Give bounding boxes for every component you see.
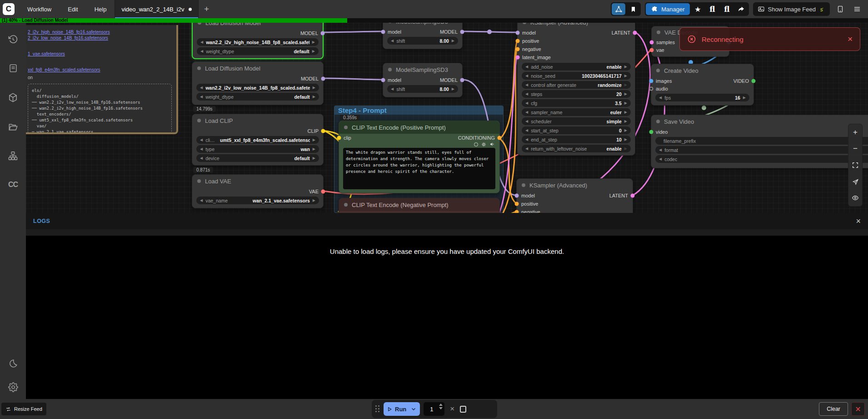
model-input-port[interactable] <box>381 30 385 34</box>
decrement-arrow-icon[interactable] <box>391 87 394 91</box>
latent-output-port[interactable] <box>633 31 637 35</box>
decrement-arrow-icon[interactable] <box>525 147 528 151</box>
drag-handle[interactable] <box>375 405 380 413</box>
widget-weight-dtype[interactable]: weight_dtypedefault <box>197 47 319 55</box>
widget-shift[interactable]: shift8.00 <box>387 37 458 45</box>
increment-arrow-icon[interactable] <box>624 129 627 132</box>
widget-clip-name[interactable]: clip ...umt5_xxl_fp8_e4m3fn_scaled.safet… <box>196 136 319 144</box>
increment-arrow-icon[interactable] <box>624 147 627 151</box>
node-ksampler-advanced-2[interactable]: KSampler (Advanced) model LATENT positiv… <box>516 178 633 213</box>
node-model-sampling-sd3-1[interactable]: ModelSamplingSD3 model MODEL shift8.00 <box>383 23 463 49</box>
positive-input-port[interactable] <box>516 39 520 43</box>
model-input-port[interactable] <box>515 194 519 198</box>
speaker-icon[interactable] <box>489 141 495 147</box>
model-output-port[interactable] <box>460 78 464 82</box>
note-node[interactable]: 2_i2v_high_noise_14B_fp16.safetensors 2_… <box>26 25 178 134</box>
manager-button[interactable]: Manager <box>646 3 690 15</box>
menu-help[interactable]: Help <box>86 0 115 18</box>
model-link[interactable]: xxl_fp8_e4m3fn_scaled.safetensors <box>28 67 172 72</box>
widget-weight-dtype[interactable]: weight_dtypedefault <box>196 93 319 101</box>
node-collapse-dot[interactable] <box>657 30 660 34</box>
node-collapse-dot[interactable] <box>523 23 526 24</box>
decrement-arrow-icon[interactable] <box>525 83 528 87</box>
increment-arrow-icon[interactable] <box>624 65 627 69</box>
focus-mode-button[interactable] <box>834 3 847 15</box>
widget-shift[interactable]: shift8.00 <box>387 85 458 93</box>
widget-end-at-step[interactable]: end_at_step10 <box>522 136 631 143</box>
increment-arrow-icon[interactable] <box>624 74 627 78</box>
sidebar-item-node-library[interactable] <box>8 63 19 74</box>
node-collapse-dot[interactable] <box>198 23 201 25</box>
sidebar-item-node-map[interactable] <box>8 150 19 161</box>
run-options-chevron-icon[interactable] <box>411 406 416 412</box>
widget-control-after-generate[interactable]: control after generaterandomize <box>522 81 631 89</box>
custom-nodes-button-1[interactable]: ﬂ <box>705 3 719 15</box>
node-create-video[interactable]: Create Video images VIDEO audio fps16 <box>651 64 754 106</box>
decrement-arrow-icon[interactable] <box>525 92 528 96</box>
increment-arrow-icon[interactable] <box>313 156 315 160</box>
increment-arrow-icon[interactable] <box>743 96 746 100</box>
decrement-arrow-icon[interactable] <box>659 148 662 152</box>
latent-output-port[interactable] <box>631 194 635 198</box>
widget-add-noise[interactable]: add_noiseenable <box>522 63 631 71</box>
negative-input-port[interactable] <box>516 47 520 51</box>
increment-arrow-icon[interactable] <box>624 111 627 114</box>
decrement-arrow-icon[interactable] <box>525 65 528 69</box>
comfyui-logo[interactable]: C <box>3 3 15 15</box>
model-link[interactable]: 2_i2v_high_noise_14B_fp16.safetensors <box>28 30 172 35</box>
fit-view-button[interactable] <box>851 161 860 170</box>
increment-arrow-icon[interactable] <box>313 199 315 202</box>
widget-start-at-step[interactable]: start_at_step0 <box>522 126 631 134</box>
clip-input-port[interactable] <box>337 136 341 140</box>
resize-feed-button[interactable]: Resize Feed <box>1 403 46 415</box>
increment-arrow-icon[interactable] <box>624 92 627 96</box>
samples-input-port[interactable] <box>650 40 654 44</box>
clip-output-port[interactable] <box>321 129 325 133</box>
model-output-port[interactable] <box>321 76 325 81</box>
node-collapse-dot[interactable] <box>344 126 348 129</box>
decrement-arrow-icon[interactable] <box>200 147 203 151</box>
node-collapse-dot[interactable] <box>522 183 525 187</box>
vae-output-port[interactable] <box>321 189 325 193</box>
decrement-arrow-icon[interactable] <box>200 138 203 142</box>
increment-arrow-icon[interactable] <box>313 86 315 90</box>
decrement-arrow-icon[interactable] <box>200 95 203 99</box>
widget-cfg[interactable]: cfg3.5 <box>522 99 631 107</box>
audio-input-port[interactable] <box>649 86 653 91</box>
model-link[interactable]: 2_i2v_low_noise_14B_fp16.safetensors <box>28 35 172 40</box>
model-output-port[interactable] <box>321 31 325 35</box>
select-mode-button[interactable] <box>851 177 860 186</box>
node-load-vae[interactable]: Load VAE VAE vae_namewan_2.1_vae.safeten… <box>192 174 324 208</box>
increment-arrow-icon[interactable] <box>624 120 627 123</box>
favorites-button[interactable]: ★ <box>691 3 704 15</box>
node-collapse-dot[interactable] <box>197 66 201 70</box>
node-collapse-dot[interactable] <box>388 68 392 71</box>
video-input-port[interactable] <box>649 130 653 134</box>
widget-unet-name[interactable]: wan2.2_i2v_high_noise_14B_fp8_scaled.saf… <box>197 38 319 46</box>
widget-steps[interactable]: steps20 <box>522 90 631 98</box>
sidebar-item-workflows[interactable] <box>8 121 19 132</box>
model-link[interactable]: 1_vae.safetensors <box>28 51 172 56</box>
sidebar-item-model-library[interactable] <box>8 92 19 103</box>
menu-edit[interactable]: Edit <box>60 0 86 18</box>
widget-fps[interactable]: fps16 <box>655 94 749 101</box>
node-save-video[interactable]: Save Video video filename_prefix format … <box>651 115 868 168</box>
decrement-arrow-icon[interactable] <box>525 111 528 114</box>
zoom-in-button[interactable]: + <box>851 128 860 137</box>
decrement-arrow-icon[interactable] <box>525 101 528 105</box>
increment-arrow-icon[interactable] <box>313 95 315 99</box>
decrement-arrow-icon[interactable] <box>391 39 394 43</box>
widget-format[interactable]: format <box>655 146 868 154</box>
widget-return-with-leftover-noise[interactable]: return_with_leftover_noiseenable <box>522 145 631 152</box>
model-input-port[interactable] <box>381 78 385 82</box>
node-collapse-dot[interactable] <box>388 23 392 23</box>
decrement-arrow-icon[interactable] <box>200 50 203 53</box>
node-load-diffusion-model-low[interactable]: Load Diffusion Model MODEL wan2.2_i2v_lo… <box>192 61 324 105</box>
node-collapse-dot[interactable] <box>197 119 201 122</box>
increment-arrow-icon[interactable] <box>313 147 315 151</box>
increment-arrow-icon[interactable] <box>313 138 315 142</box>
menu-workflow[interactable]: Workflow <box>19 0 60 18</box>
mini-gear-icon[interactable] <box>481 142 486 147</box>
node-collapse-dot[interactable] <box>197 179 201 183</box>
latent-image-input-port[interactable] <box>516 56 520 60</box>
